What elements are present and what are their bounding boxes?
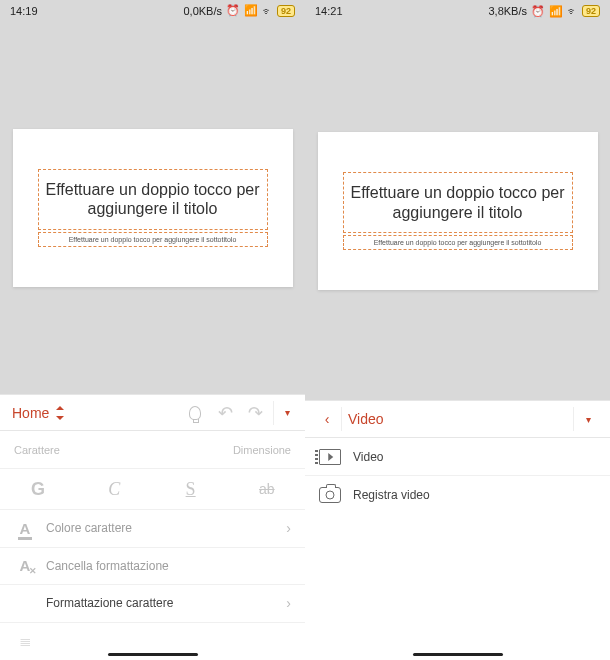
font-color-icon: A — [14, 520, 36, 537]
ribbon-toolbar: Home ↶ ↶ ▾ — [0, 394, 305, 431]
subtitle-placeholder[interactable]: Effettuare un doppio tocco per aggiunger… — [343, 235, 573, 250]
char-label: Carattere — [14, 444, 60, 456]
strike-button[interactable]: ab — [229, 481, 305, 497]
signal-icon: 📶 — [244, 4, 258, 17]
char-format-label: Formattazione carattere — [46, 596, 173, 610]
insert-video-row[interactable]: Video — [305, 438, 610, 476]
undo-button[interactable]: ↶ — [210, 402, 240, 424]
title-placeholder[interactable]: Effettuare un doppio tocco per aggiunger… — [38, 169, 268, 229]
record-label: Registra video — [353, 488, 430, 502]
text-style-row: G C S ab — [0, 469, 305, 510]
underline-button[interactable]: S — [153, 479, 229, 500]
status-net: 0,0KB/s — [183, 5, 222, 17]
clear-format-row[interactable]: A✕ Cancella formattazione — [0, 548, 305, 585]
phone-left: 14:19 0,0KB/s ⏰ 📶 ᯤ 92 Effettuare un dop… — [0, 0, 305, 660]
redo-button[interactable]: ↶ — [240, 402, 270, 424]
status-right: 0,0KB/s ⏰ 📶 ᯤ 92 — [183, 4, 295, 17]
clear-format-label: Cancella formattazione — [46, 559, 169, 573]
more-dropdown[interactable]: ▾ — [574, 414, 602, 425]
slide[interactable]: Effettuare un doppio tocco per aggiunger… — [318, 132, 598, 290]
ribbon-tab-home[interactable]: Home — [12, 405, 65, 421]
battery-icon: 92 — [582, 5, 600, 17]
chevron-right-icon: › — [286, 595, 291, 611]
bold-button[interactable]: G — [0, 479, 76, 500]
separator — [273, 401, 274, 425]
updown-icon — [55, 406, 65, 420]
status-bar: 14:19 0,0KB/s ⏰ 📶 ᯤ 92 — [0, 0, 305, 22]
screenshot-pair: 14:19 0,0KB/s ⏰ 📶 ᯤ 92 Effettuare un dop… — [0, 0, 610, 660]
status-bar: 14:21 3,8KB/s ⏰ 📶 ᯤ 92 — [305, 0, 610, 22]
slide-canvas: Effettuare un doppio tocco per aggiunger… — [0, 22, 305, 394]
section-header: Carattere Dimensione — [0, 431, 305, 468]
font-color-row[interactable]: A Colore carattere › — [0, 510, 305, 547]
italic-button[interactable]: C — [76, 479, 152, 500]
status-time: 14:19 — [10, 5, 38, 17]
record-video-row[interactable]: Registra video — [305, 476, 610, 514]
chevron-right-icon: › — [286, 520, 291, 536]
status-time: 14:21 — [315, 5, 343, 17]
camera-icon — [319, 487, 341, 503]
back-button[interactable]: ‹ — [313, 411, 341, 427]
slide-canvas: Effettuare un doppio tocco per aggiunger… — [305, 22, 610, 400]
char-format-row[interactable]: Formattazione carattere › — [0, 585, 305, 622]
ribbon-tab-video[interactable]: Video — [341, 407, 574, 431]
phone-right: 14:21 3,8KB/s ⏰ 📶 ᯤ 92 Effettuare un dop… — [305, 0, 610, 660]
slide[interactable]: Effettuare un doppio tocco per aggiunger… — [13, 129, 293, 287]
ribbon-tab-label: Home — [12, 405, 49, 421]
list-icon: ≣ — [14, 632, 36, 650]
status-net: 3,8KB/s — [488, 5, 527, 17]
alarm-icon: ⏰ — [226, 4, 240, 17]
ribbon-toolbar: ‹ Video ▾ — [305, 400, 610, 438]
size-label: Dimensione — [233, 444, 291, 456]
home-indicator — [108, 653, 198, 656]
alarm-icon: ⏰ — [531, 5, 545, 18]
signal-icon: 📶 — [549, 5, 563, 18]
title-placeholder[interactable]: Effettuare un doppio tocco per aggiunger… — [343, 172, 573, 232]
more-dropdown[interactable]: ▾ — [277, 407, 297, 418]
battery-icon: 92 — [277, 5, 295, 17]
video-icon — [319, 449, 341, 465]
wifi-icon: ᯤ — [262, 5, 273, 17]
ribbon-tab-label: Video — [348, 411, 384, 427]
ideas-button[interactable] — [180, 406, 210, 420]
status-right: 3,8KB/s ⏰ 📶 ᯤ 92 — [488, 5, 600, 18]
video-label: Video — [353, 450, 383, 464]
subtitle-placeholder[interactable]: Effettuare un doppio tocco per aggiunger… — [38, 232, 268, 247]
font-color-label: Colore carattere — [46, 521, 132, 535]
clear-format-icon: A✕ — [14, 557, 36, 574]
wifi-icon: ᯤ — [567, 5, 578, 17]
home-indicator — [413, 653, 503, 656]
bulb-icon — [189, 406, 201, 420]
